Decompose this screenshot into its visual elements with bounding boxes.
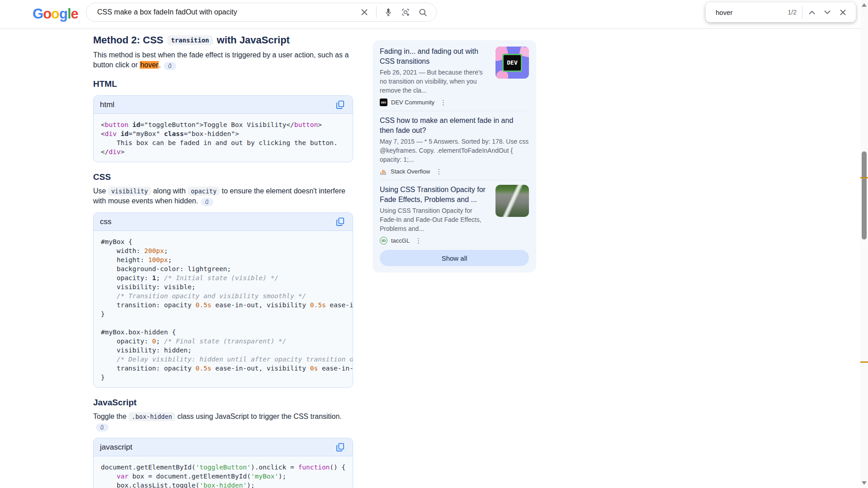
code-line: #myBox.box-hidden {	[101, 328, 345, 337]
copy-code-icon[interactable]	[335, 441, 346, 453]
find-previous-button[interactable]	[804, 5, 820, 20]
js-paragraph: Toggle the .box-hidden class using JavaS…	[93, 412, 353, 432]
clear-search-icon[interactable]	[359, 7, 370, 18]
result-more-options-icon[interactable]: ⋮	[435, 168, 442, 175]
code-line: transition: opacity 0.5s ease-in-out, vi…	[101, 300, 345, 310]
find-input[interactable]: hover	[716, 9, 788, 16]
intro-paragraph: This method is best when the fade effect…	[93, 50, 353, 70]
google-logo-letter: o	[51, 6, 59, 22]
google-logo-letter: g	[59, 6, 67, 22]
stackoverflow-favicon	[380, 168, 387, 175]
voice-search-icon[interactable]	[383, 7, 394, 18]
scrollbar-down-arrow[interactable]	[862, 481, 867, 485]
scrollbar-thumb[interactable]	[862, 151, 867, 239]
search-input[interactable]: CSS make a box fadeIn fadOut with opacit…	[97, 8, 353, 16]
code-line: document.getElementById('toggleButton').…	[101, 463, 345, 472]
find-match-marker	[860, 361, 868, 363]
code-content: document.getElementById('toggleButton').…	[94, 456, 353, 488]
show-all-button[interactable]: Show all	[380, 250, 529, 266]
related-result-card[interactable]: Fading in... and fading out with CSS tra…	[380, 47, 529, 106]
scrollbar-up-arrow[interactable]	[862, 3, 867, 7]
code-line: }	[101, 310, 345, 319]
method-heading: Method 2: CSS transition with JavaScript	[93, 34, 353, 46]
google-logo-letter: G	[33, 6, 43, 22]
code-line: <div id="myBox" class="box-hidden">	[101, 129, 345, 138]
code-content: <button id="toggleButton">Toggle Box Vis…	[94, 114, 353, 162]
result-source-name: Stack Overflow	[391, 168, 430, 175]
result-title[interactable]: CSS how to make an element fade in and t…	[380, 116, 529, 136]
google-logo-letter: e	[71, 6, 78, 22]
code-line: visibility: visible;	[101, 282, 345, 291]
code-language-label: javascript	[100, 443, 335, 452]
code-line: visibility: hidden;	[101, 346, 345, 355]
code-line: /* Delay visibility: hidden until after …	[101, 355, 345, 364]
result-snippet: Using CSS Transition Opacity for Fade-In…	[380, 206, 490, 233]
related-result-card[interactable]: Using CSS Transition Opacity for Fade Ef…	[380, 185, 529, 244]
copy-code-icon[interactable]	[335, 99, 346, 111]
html-code-block: html<button id="toggleButton">Toggle Box…	[93, 95, 353, 162]
code-line: /* Transition opacity and visibility smo…	[101, 291, 345, 300]
search-bar[interactable]: CSS make a box fadeIn fadOut with opacit…	[86, 3, 437, 22]
source-link-chip[interactable]	[164, 62, 176, 70]
css-paragraph: Use visibility along with opacity to ens…	[93, 186, 353, 206]
js-text: Toggle the	[93, 413, 128, 420]
taccgl-3d-favicon: 3D	[380, 237, 387, 244]
result-source-row: 3DtaccGL⋮	[380, 237, 490, 244]
code-line: }	[101, 373, 345, 382]
css-section-heading: CSS	[93, 172, 353, 182]
find-close-button[interactable]	[835, 5, 850, 20]
code-language-label: html	[100, 100, 335, 109]
inline-code-visibility: visibility	[108, 187, 151, 196]
google-logo-letter: l	[67, 6, 71, 22]
code-line: box.classList.toggle('box-hidden');	[101, 481, 345, 488]
inline-code-transition: transition	[167, 35, 212, 45]
result-title[interactable]: Fading in... and fading out with CSS tra…	[380, 47, 490, 66]
find-bar-divider	[802, 6, 802, 19]
search-submit-icon[interactable]	[417, 7, 428, 18]
lens-search-icon[interactable]	[400, 7, 411, 18]
code-line: opacity: 1; /* Initial state (visible) *…	[101, 273, 345, 282]
code-line: transition: opacity 0.5s ease-in-out, vi…	[101, 364, 345, 373]
result-thumbnail-waterfall-photo	[495, 185, 529, 217]
copy-code-icon[interactable]	[335, 216, 346, 228]
code-block-header: javascript	[94, 438, 353, 456]
dev-favicon: DEV	[380, 99, 387, 106]
inline-code-box-hidden: .box-hidden	[128, 412, 175, 421]
code-line	[101, 319, 345, 328]
page-scrollbar[interactable]	[860, 0, 868, 488]
find-highlight-active: hover	[140, 61, 159, 69]
javascript-code-block: javascriptdocument.getElementById('toggl…	[93, 438, 353, 488]
source-link-chip[interactable]	[96, 423, 108, 432]
find-match-marker	[860, 177, 868, 178]
source-link-chip[interactable]	[201, 198, 213, 206]
result-source-row: DEVDEV Community⋮	[380, 99, 490, 106]
html-section-heading: HTML	[93, 79, 353, 89]
code-line: var box = document.getElementById('myBox…	[101, 472, 345, 481]
result-source-name: DEV Community	[391, 99, 434, 106]
code-line: width: 200px;	[101, 246, 345, 255]
code-language-label: css	[100, 217, 335, 226]
code-line: </div>	[101, 147, 345, 156]
result-source-name: taccGL	[391, 237, 410, 244]
method-heading-text: Method 2: CSS	[93, 34, 163, 46]
result-more-options-icon[interactable]: ⋮	[415, 237, 422, 244]
result-title[interactable]: Using CSS Transition Opacity for Fade Ef…	[380, 185, 490, 205]
code-content: #myBox { width: 200px; height: 100px; ba…	[94, 231, 353, 387]
code-line: opacity: 0; /* Final state (transparent)…	[101, 337, 345, 346]
answer-article: Method 2: CSS transition with JavaScript…	[93, 29, 353, 488]
code-block-header: html	[94, 96, 353, 114]
related-result-card[interactable]: CSS how to make an element fade in and t…	[380, 116, 529, 175]
intro-text-end: .	[159, 61, 160, 69]
google-logo-letter: o	[43, 6, 51, 22]
find-in-page-bar: hover 1/2	[706, 2, 856, 22]
result-more-options-icon[interactable]: ⋮	[440, 99, 447, 106]
card-divider	[380, 180, 529, 180]
result-snippet: May 7, 2015 — * 5 Answers. Sorted by: 17…	[380, 137, 529, 164]
css-text: along with	[151, 187, 188, 195]
css-code-block: css#myBox { width: 200px; height: 100px;…	[93, 212, 353, 388]
code-block-header: css	[94, 213, 353, 231]
find-next-button[interactable]	[820, 5, 835, 20]
js-section-heading: JavaScript	[93, 398, 353, 408]
method-heading-text: with JavaScript	[217, 34, 290, 46]
google-logo[interactable]: Google	[33, 6, 78, 22]
